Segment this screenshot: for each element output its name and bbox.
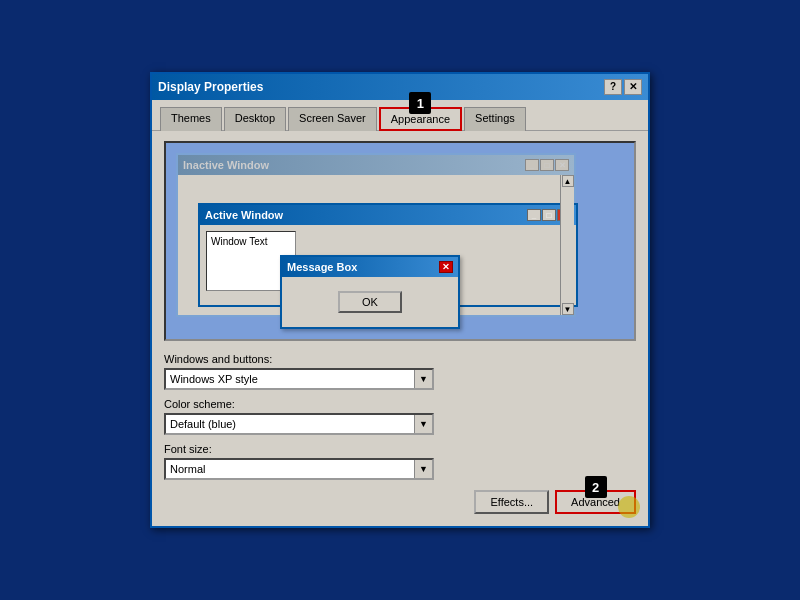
inactive-window: Inactive Window _ □ ✕ Active Window _: [176, 153, 576, 317]
bottom-row: Effects... 2 Advanced: [164, 490, 636, 514]
active-window-title: Active Window: [205, 209, 283, 221]
active-body: Window Text Message Box ✕ OK: [200, 225, 576, 305]
message-box: Message Box ✕ OK: [280, 255, 460, 329]
windows-buttons-dropdown[interactable]: Windows XP style ▼: [164, 368, 434, 390]
windows-buttons-arrow[interactable]: ▼: [414, 369, 432, 389]
scroll-down-arrow[interactable]: ▼: [562, 303, 574, 315]
step1-badge: 1: [409, 92, 431, 114]
title-bar-controls: ? ✕: [604, 79, 642, 95]
content-area: Inactive Window _ □ ✕ Active Window _: [152, 131, 648, 526]
scrollbar: ▲ ▼: [560, 175, 574, 315]
color-scheme-arrow[interactable]: ▼: [414, 414, 432, 434]
active-minimize: _: [527, 209, 541, 221]
display-properties-dialog: Display Properties ? ✕ Themes Desktop Sc…: [150, 72, 650, 528]
active-title-bar: Active Window _ □ ✕: [200, 205, 576, 225]
tab-themes[interactable]: Themes: [160, 107, 222, 131]
font-size-value: Normal: [166, 463, 414, 475]
tab-desktop[interactable]: Desktop: [224, 107, 286, 131]
font-size-label: Font size:: [164, 443, 636, 455]
message-box-title: Message Box: [287, 261, 357, 273]
windows-buttons-value: Windows XP style: [166, 373, 414, 385]
inactive-minimize: _: [525, 159, 539, 171]
inactive-title-bar: Inactive Window _ □ ✕: [178, 155, 574, 175]
windows-buttons-label: Windows and buttons:: [164, 353, 636, 365]
effects-button-wrapper: Effects...: [474, 490, 549, 514]
message-box-title-bar: Message Box ✕: [282, 257, 458, 277]
tabs-wrapper: Appearance 1: [379, 106, 462, 130]
scroll-up-arrow[interactable]: ▲: [562, 175, 574, 187]
windows-buttons-group: Windows and buttons: Windows XP style ▼: [164, 353, 636, 390]
tabs-area: Themes Desktop Screen Saver Appearance 1…: [152, 100, 648, 131]
inactive-window-title: Inactive Window: [183, 159, 269, 171]
title-bar-left: Display Properties: [158, 80, 263, 94]
title-bar: Display Properties ? ✕: [152, 74, 648, 100]
close-button[interactable]: ✕: [624, 79, 642, 95]
message-body: OK: [282, 277, 458, 327]
inactive-body: Active Window _ □ ✕ Window Text: [178, 175, 574, 315]
font-size-arrow[interactable]: ▼: [414, 459, 432, 479]
active-maximize: □: [542, 209, 556, 221]
color-scheme-group: Color scheme: Default (blue) ▼: [164, 398, 636, 435]
color-scheme-value: Default (blue): [166, 418, 414, 430]
help-button[interactable]: ?: [604, 79, 622, 95]
font-size-dropdown[interactable]: Normal ▼: [164, 458, 434, 480]
inactive-close: ✕: [555, 159, 569, 171]
preview-box: Inactive Window _ □ ✕ Active Window _: [164, 141, 636, 341]
advanced-button-wrapper: 2 Advanced: [555, 490, 636, 514]
active-window: Active Window _ □ ✕ Window Text: [198, 203, 578, 307]
color-scheme-label: Color scheme:: [164, 398, 636, 410]
message-close-button: ✕: [439, 261, 453, 273]
inactive-controls: _ □ ✕: [525, 159, 569, 171]
window-text: Window Text: [211, 236, 268, 247]
tab-settings[interactable]: Settings: [464, 107, 526, 131]
tab-screensaver[interactable]: Screen Saver: [288, 107, 377, 131]
ok-button[interactable]: OK: [338, 291, 402, 313]
effects-button[interactable]: Effects...: [474, 490, 549, 514]
dialog-title: Display Properties: [158, 80, 263, 94]
inactive-maximize: □: [540, 159, 554, 171]
step2-badge: 2: [585, 476, 607, 498]
font-size-group: Font size: Normal ▼: [164, 443, 636, 480]
color-scheme-dropdown[interactable]: Default (blue) ▼: [164, 413, 434, 435]
